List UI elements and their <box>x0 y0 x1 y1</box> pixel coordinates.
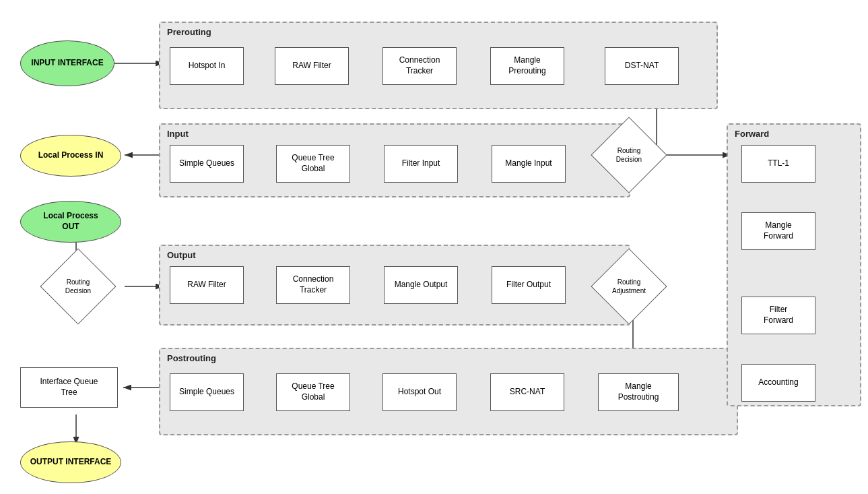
routing-adjustment-diamond <box>591 248 667 324</box>
routing-decision-out-wrap: Routing Decision <box>46 259 110 313</box>
filter-forward-box: Filter Forward <box>741 297 815 334</box>
prerouting-label: Prerouting <box>167 27 211 37</box>
simple-queues-in-box: Simple Queues <box>170 145 244 183</box>
routing-decision-in-wrap: Routing Decision <box>597 128 661 182</box>
diagram: INPUT INTERFACE Prerouting Hotspot In RA… <box>0 0 868 494</box>
input-interface-label: INPUT INTERFACE <box>31 58 103 69</box>
src-nat-box: SRC-NAT <box>490 373 564 411</box>
local-process-out-ellipse: Local Process OUT <box>20 201 121 243</box>
input-section: Input Simple Queues Queue Tree Global Fi… <box>159 123 630 197</box>
hotspot-out-box: Hotspot Out <box>382 373 457 411</box>
output-interface-label: OUTPUT INTERFACE <box>30 457 112 468</box>
dst-nat-box: DST-NAT <box>605 47 679 85</box>
forward-label: Forward <box>735 129 769 139</box>
mangle-input-box: Mangle Input <box>492 145 566 183</box>
input-label: Input <box>167 129 189 139</box>
filter-output-box: Filter Output <box>492 266 566 304</box>
mangle-forward-box: Mangle Forward <box>741 212 815 250</box>
raw-filter-pre-box: RAW Filter <box>275 47 349 85</box>
output-interface-ellipse: OUTPUT INTERFACE <box>20 441 121 483</box>
mangle-prerouting-box: Mangle Prerouting <box>490 47 564 85</box>
connection-tracker-out-box: Connection Tracker <box>276 266 350 304</box>
mangle-output-box: Mangle Output <box>384 266 458 304</box>
postrouting-section: Postrouting Simple Queues Queue Tree Glo… <box>159 348 738 435</box>
forward-section: Forward TTL-1 Mangle Forward Filter Forw… <box>727 123 861 406</box>
local-process-in-ellipse: Local Process IN <box>20 135 121 177</box>
accounting-box: Accounting <box>741 364 815 402</box>
connection-tracker-pre-box: Connection Tracker <box>382 47 457 85</box>
prerouting-section: Prerouting Hotspot In RAW Filter Connect… <box>159 22 718 109</box>
mangle-postrouting-box: Mangle Postrouting <box>598 373 679 411</box>
queue-tree-global-post-box: Queue Tree Global <box>276 373 350 411</box>
input-interface-ellipse: INPUT INTERFACE <box>20 40 114 86</box>
output-section: Output RAW Filter Connection Tracker Man… <box>159 245 630 326</box>
local-process-out-label: Local Process OUT <box>43 211 98 232</box>
raw-filter-out-box: RAW Filter <box>170 266 244 304</box>
postrouting-label: Postrouting <box>167 353 216 363</box>
routing-decision-out-diamond <box>40 248 116 324</box>
routing-adjustment-wrap: Routing Adjustment <box>597 259 661 314</box>
local-process-in-label: Local Process IN <box>38 150 104 161</box>
simple-queues-post-box: Simple Queues <box>170 373 244 411</box>
filter-input-box: Filter Input <box>384 145 458 183</box>
hotspot-in-box: Hotspot In <box>170 47 244 85</box>
queue-tree-global-in-box: Queue Tree Global <box>276 145 350 183</box>
interface-queue-tree-box: Interface Queue Tree <box>20 367 118 408</box>
ttl1-box: TTL-1 <box>741 145 815 183</box>
output-label: Output <box>167 250 196 260</box>
routing-decision-in-diamond <box>591 117 667 193</box>
